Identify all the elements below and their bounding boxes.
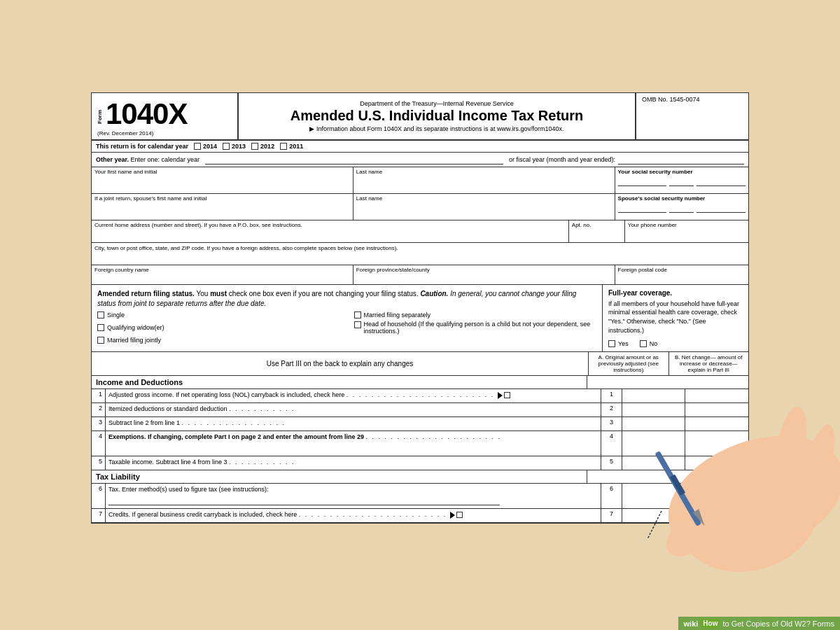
filing-status-block: Amended return filing status. You must c… — [92, 285, 603, 351]
spouse-first-cell: If a joint return, spouse's first name a… — [92, 194, 354, 220]
spouse-last-label: Last name — [356, 195, 612, 202]
form-number: 1040X — [106, 99, 187, 129]
line-6-desc: Tax. Enter method(s) used to figure tax … — [106, 484, 601, 508]
page-container: Form 1040X (Rev. December 2014) Departme… — [0, 0, 840, 630]
year-2013-label: 2013 — [232, 143, 246, 150]
coverage-text: If all members of your household have fu… — [608, 300, 743, 335]
line-4-desc: Exemptions. If changing, complete Part I… — [106, 431, 601, 456]
foreign-province-label: Foreign province/state/county — [356, 267, 612, 273]
year-2011-checkbox[interactable] — [280, 143, 287, 150]
income-row-4: 4 Exemptions. If changing, complete Part… — [92, 431, 748, 456]
head-household-label: Head of household (If the qualifying per… — [364, 321, 597, 335]
line-2-col-b[interactable] — [685, 403, 748, 416]
business-text: business — [160, 511, 186, 518]
omb-block: OMB No. 1545-0074 — [636, 93, 748, 139]
line-6-col-a[interactable] — [622, 484, 685, 508]
other-year-input[interactable] — [205, 155, 503, 164]
yes-checkbox[interactable] — [608, 340, 615, 347]
year-2014-label: 2014 — [203, 143, 217, 150]
line-3-col-a[interactable] — [622, 417, 685, 430]
year-2013-checkbox[interactable] — [223, 143, 230, 150]
address-cell: Current home address (number and street)… — [92, 220, 569, 242]
spouse-last-cell: Last name — [354, 194, 615, 220]
col-a-header: A. Original amount or as previously adju… — [589, 352, 669, 375]
line-1-arrow — [498, 392, 503, 399]
line-5-desc: Taxable income. Subtract line 4 from lin… — [106, 456, 601, 470]
line-5-ref: 5 — [601, 456, 622, 470]
head-household-checkbox-item[interactable]: Head of household (If the qualifying per… — [354, 321, 597, 335]
yes-checkbox-item[interactable]: Yes — [608, 340, 629, 347]
qualifying-widow-checkbox[interactable] — [97, 324, 104, 331]
single-checkbox[interactable] — [97, 312, 104, 318]
line-6-col-b[interactable] — [685, 484, 748, 508]
foreign-country-cell: Foreign country name — [92, 265, 354, 284]
year-2012-group[interactable]: 2012 — [251, 143, 274, 150]
city-label: City, town or post office, state, and ZI… — [94, 245, 398, 251]
other-year-label: Other year. Enter one: calendar year — [96, 156, 200, 163]
line-1-col-a[interactable] — [622, 389, 685, 402]
line-5-col-b[interactable] — [685, 456, 748, 470]
year-2014-checkbox[interactable] — [194, 143, 201, 150]
form-rev: (Rev. December 2014) — [97, 130, 232, 136]
line-4-ref: 4 — [601, 431, 622, 456]
line-7-col-b[interactable] — [685, 509, 748, 522]
fiscal-input[interactable] — [618, 155, 744, 164]
year-2012-checkbox[interactable] — [251, 143, 258, 150]
line-2-num: 2 — [92, 403, 106, 416]
foreign-country-label: Foreign country name — [94, 267, 350, 273]
no-checkbox-item[interactable]: No — [640, 340, 658, 347]
name-row-2: If a joint return, spouse's first name a… — [92, 194, 748, 220]
phone-label: Your phone number — [628, 222, 746, 228]
line-7-ref: 7 — [601, 509, 622, 522]
line-7-checkbox[interactable] — [456, 512, 463, 518]
line-2-col-a[interactable] — [622, 403, 685, 416]
coverage-title: Full-year coverage. — [608, 289, 743, 297]
no-checkbox[interactable] — [640, 340, 647, 347]
line-7-col-a[interactable] — [622, 509, 685, 522]
wikihow-bar: wiki How to Get Copies of Old W2? Forms — [678, 617, 840, 630]
ssn-label: Your social security number — [618, 169, 746, 175]
phone-cell: Your phone number — [625, 220, 748, 242]
line-1-checkbox[interactable] — [504, 392, 510, 398]
married-jointly-checkbox[interactable] — [97, 337, 104, 344]
part-iii-notice: Use Part III on the back to explain any … — [92, 352, 589, 375]
year-2011-group[interactable]: 2011 — [280, 143, 303, 150]
line-1-col-b[interactable] — [685, 389, 748, 402]
no-label: No — [650, 340, 658, 347]
married-separately-checkbox-item[interactable]: Married filing separately — [354, 312, 597, 318]
income-row-1: 1 Adjusted gross income. If net operatin… — [92, 389, 748, 403]
income-row-2: 2 Itemized deductions or standard deduct… — [92, 403, 748, 417]
spouse-ssn-cell: Spouse's social security number — [615, 194, 748, 220]
year-2012-label: 2012 — [260, 143, 274, 150]
married-jointly-checkbox-item[interactable]: Married filing jointly — [97, 337, 340, 344]
line-3-col-b[interactable] — [685, 417, 748, 430]
col-b-header: B. Net change— amount of increase or dec… — [669, 352, 749, 375]
yes-label: Yes — [618, 340, 629, 347]
line-4-col-a[interactable] — [622, 431, 685, 456]
filing-coverage-row: Amended return filing status. You must c… — [92, 285, 748, 352]
line-4-col-b[interactable] — [685, 431, 748, 456]
line-2-ref: 2 — [601, 403, 622, 416]
income-row-6: 6 Tax. Enter method(s) used to figure ta… — [92, 484, 748, 509]
year-2014-group[interactable]: 2014 — [194, 143, 217, 150]
filing-title: Amended return filing status. You must c… — [97, 289, 596, 309]
income-row-7: 7 Credits. If general business credit ca… — [92, 509, 748, 523]
married-separately-label: Married filing separately — [364, 312, 431, 318]
line-7-desc: Credits. If general business credit carr… — [106, 509, 601, 522]
income-header-text: Income and Deductions — [92, 376, 587, 388]
year-2013-group[interactable]: 2013 — [223, 143, 246, 150]
spouse-ssn-label: Spouse's social security number — [618, 195, 746, 202]
svg-point-2 — [770, 404, 812, 491]
tax-liability-spacer — [587, 470, 748, 483]
married-separately-checkbox[interactable] — [354, 312, 361, 318]
single-checkbox-item[interactable]: Single — [97, 312, 340, 318]
qualifying-widow-checkbox-item[interactable]: Qualifying widow(er) — [97, 321, 340, 335]
qualifying-widow-label: Qualifying widow(er) — [107, 324, 164, 331]
form-label: Form — [97, 96, 103, 124]
wikihow-article-title: to Get Copies of Old W2? Forms — [722, 620, 834, 628]
head-household-checkbox[interactable] — [354, 321, 361, 328]
foreign-province-cell: Foreign province/state/county — [354, 265, 615, 284]
income-section-header: Income and Deductions — [92, 376, 748, 389]
line-5-col-a[interactable] — [622, 456, 685, 470]
apt-cell: Apt. no. — [569, 220, 625, 242]
